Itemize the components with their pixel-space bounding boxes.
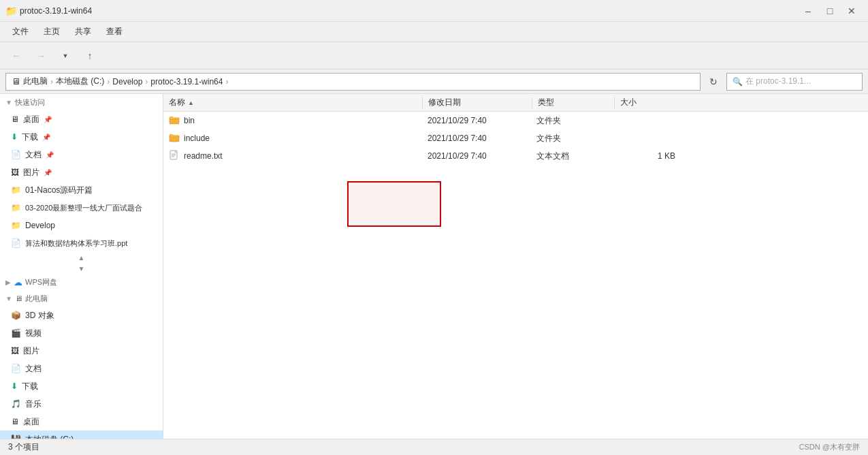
address-path-box[interactable]: 🖥 此电脑 › 本地磁盘 (C:) › Develop › protoc-3.1… bbox=[5, 73, 701, 91]
file-type-readme: 文本文档 bbox=[531, 151, 613, 162]
file-name-label-readme: readme.txt bbox=[184, 151, 223, 161]
folder-icon-include bbox=[169, 132, 180, 145]
txt-icon-readme bbox=[169, 150, 180, 163]
sidebar-item-interview[interactable]: 📁 03-2020最新整理一线大厂面试题合 bbox=[0, 199, 163, 217]
docs-quick-icon: 📄 bbox=[11, 150, 21, 159]
file-type-include: 文件夹 bbox=[531, 133, 613, 144]
sort-arrow-icon: ▲ bbox=[188, 99, 194, 106]
address-crumb-pc[interactable]: 此电脑 bbox=[23, 76, 48, 87]
file-name-include: include bbox=[163, 132, 422, 145]
sidebar-item-label: 3D 对象 bbox=[25, 310, 54, 321]
sidebar-item-label: 文档 bbox=[25, 363, 42, 375]
sidebar-item-label: 下载 bbox=[22, 381, 38, 392]
sidebar-item-label: 图片 bbox=[23, 345, 39, 357]
pin-icon: 📌 bbox=[42, 134, 50, 141]
sidebar-item-label: 图片 bbox=[23, 167, 39, 178]
refresh-button[interactable]: ↻ bbox=[705, 73, 722, 91]
sidebar-item-label: 01-Nacos源码开篇 bbox=[25, 185, 93, 196]
sidebar-scroll-up[interactable]: ▲ bbox=[0, 252, 163, 263]
sidebar-pc-header[interactable]: ▼ 🖥 此电脑 bbox=[0, 290, 163, 307]
col-header-name[interactable]: 名称 ▲ bbox=[163, 97, 422, 108]
address-crumb-protoc[interactable]: protoc-3.19.1-win64 bbox=[150, 77, 223, 87]
sidebar-item-desktop[interactable]: 🖥 桌面 bbox=[0, 413, 163, 430]
pc-expand-icon: ▼ bbox=[5, 295, 12, 302]
quick-access-expand-icon: ▼ bbox=[5, 99, 12, 106]
sidebar: ▼ 快速访问 🖥 桌面 📌 ⬇ 下载 📌 📄 文档 📌 🖼 图片 bbox=[0, 94, 163, 439]
sidebar-item-desktop-quick[interactable]: 🖥 桌面 📌 bbox=[0, 110, 163, 128]
file-row-bin[interactable]: bin 2021/10/29 7:40 文件夹 bbox=[163, 112, 868, 129]
back-button[interactable]: ← bbox=[5, 45, 27, 67]
pc-label: 此电脑 bbox=[25, 294, 48, 304]
address-path-icon: 🖥 bbox=[12, 76, 20, 87]
file-row-readme[interactable]: readme.txt 2021/10/29 7:40 文本文档 1 KB bbox=[163, 147, 868, 165]
address-bar: 🖥 此电脑 › 本地磁盘 (C:) › Develop › protoc-3.1… bbox=[0, 69, 868, 94]
recent-locations-button[interactable]: ▼ bbox=[54, 45, 76, 67]
file-pane: 名称 ▲ 修改日期 类型 大小 bbox=[163, 94, 868, 439]
sidebar-item-label: Develop bbox=[25, 221, 55, 230]
sidebar-item-pictures-quick[interactable]: 🖼 图片 📌 bbox=[0, 163, 163, 181]
sidebar-item-label: 音乐 bbox=[25, 398, 42, 410]
quick-access-label: 快速访问 bbox=[15, 97, 45, 108]
sidebar-item-nacos[interactable]: 📁 01-Nacos源码开篇 bbox=[0, 181, 163, 199]
sidebar-item-music[interactable]: 🎵 音乐 bbox=[0, 395, 163, 413]
close-button[interactable]: ✕ bbox=[841, 0, 863, 22]
address-crumb-c[interactable]: 本地磁盘 (C:) bbox=[56, 76, 104, 87]
menu-share[interactable]: 共享 bbox=[68, 23, 98, 40]
file-size-readme: 1 KB bbox=[613, 151, 681, 161]
sidebar-item-3d[interactable]: 📦 3D 对象 bbox=[0, 307, 163, 324]
file-name-label-include: include bbox=[184, 134, 210, 143]
menu-home[interactable]: 主页 bbox=[37, 23, 67, 40]
file-date-readme: 2021/10/29 7:40 bbox=[422, 151, 531, 161]
sidebar-item-downloads-quick[interactable]: ⬇ 下载 📌 bbox=[0, 128, 163, 146]
sidebar-item-develop[interactable]: 📁 Develop bbox=[0, 217, 163, 234]
col-header-date[interactable]: 修改日期 bbox=[423, 97, 532, 108]
pc-icon: 🖥 bbox=[15, 294, 22, 302]
file-row-include[interactable]: include 2021/10/29 7:40 文件夹 bbox=[163, 129, 868, 147]
wps-icon: ☁ bbox=[14, 277, 22, 287]
wps-expand-icon: ▶ bbox=[5, 279, 11, 286]
pin-icon: 📌 bbox=[46, 151, 54, 159]
sidebar-item-pictures[interactable]: 🖼 图片 bbox=[0, 342, 163, 360]
sidebar-item-label: 下载 bbox=[22, 131, 38, 143]
col-header-type[interactable]: 类型 bbox=[532, 97, 614, 108]
downloads-quick-icon: ⬇ bbox=[11, 132, 18, 142]
maximize-button[interactable]: □ bbox=[819, 0, 841, 22]
title-bar-icon: 📁 bbox=[5, 5, 17, 16]
forward-button[interactable]: → bbox=[30, 45, 52, 67]
sidebar-item-downloads[interactable]: ⬇ 下载 bbox=[0, 377, 163, 395]
title-bar-controls: – □ ✕ bbox=[797, 0, 863, 22]
search-placeholder: 在 protoc-3.19.1... bbox=[745, 76, 811, 87]
nacos-icon: 📁 bbox=[11, 185, 21, 195]
sidebar-quick-access-header[interactable]: ▼ 快速访问 bbox=[0, 94, 163, 110]
sidebar-item-label: 03-2020最新整理一线大厂面试题合 bbox=[25, 203, 142, 213]
sidebar-item-label: 本地磁盘 (C:) bbox=[25, 434, 74, 439]
col-date-label: 修改日期 bbox=[428, 97, 461, 107]
desktop-quick-icon: 🖥 bbox=[11, 114, 19, 124]
title-bar: 📁 protoc-3.19.1-win64 – □ ✕ bbox=[0, 0, 868, 22]
c-drive-icon: 💾 bbox=[11, 435, 21, 439]
watermark: CSDN @木有变胖 bbox=[799, 442, 860, 452]
file-list-header: 名称 ▲ 修改日期 类型 大小 bbox=[163, 94, 868, 112]
minimize-button[interactable]: – bbox=[797, 0, 819, 22]
interview-icon: 📁 bbox=[11, 203, 21, 213]
address-crumb-develop[interactable]: Develop bbox=[112, 77, 142, 87]
file-list: bin 2021/10/29 7:40 文件夹 bbox=[163, 112, 868, 439]
sidebar-scroll-down[interactable]: ▼ bbox=[0, 263, 163, 274]
up-button[interactable]: ↑ bbox=[79, 45, 101, 67]
sidebar-item-docs[interactable]: 📄 文档 bbox=[0, 360, 163, 377]
sidebar-item-label: 视频 bbox=[25, 328, 42, 339]
sidebar-item-algo[interactable]: 📄 算法和数据结构体系学习班.ppt bbox=[0, 234, 163, 252]
title-bar-title: protoc-3.19.1-win64 bbox=[20, 6, 797, 16]
sidebar-item-c-drive[interactable]: 💾 本地磁盘 (C:) bbox=[0, 430, 163, 439]
sidebar-item-docs-quick[interactable]: 📄 文档 📌 bbox=[0, 146, 163, 163]
sidebar-item-video[interactable]: 🎬 视频 bbox=[0, 324, 163, 342]
col-header-size[interactable]: 大小 bbox=[615, 97, 683, 108]
file-name-label-bin: bin bbox=[184, 116, 195, 125]
video-icon: 🎬 bbox=[11, 328, 21, 338]
menu-file[interactable]: 文件 bbox=[5, 23, 35, 40]
sidebar-item-label: 算法和数据结构体系学习班.ppt bbox=[25, 238, 127, 249]
search-box[interactable]: 🔍 在 protoc-3.19.1... bbox=[726, 73, 863, 91]
status-item-count: 3 个项目 bbox=[8, 441, 39, 453]
sidebar-wps-header[interactable]: ▶ ☁ WPS网盘 bbox=[0, 274, 163, 290]
menu-view[interactable]: 查看 bbox=[99, 23, 129, 40]
